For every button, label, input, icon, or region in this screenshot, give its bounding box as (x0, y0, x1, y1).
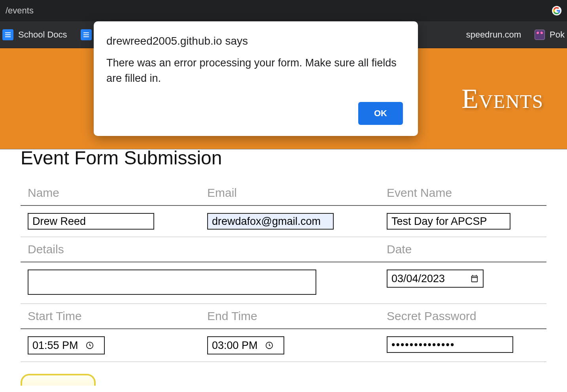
end-time-value: 03:00 PM (212, 339, 258, 352)
header-event-name: Event Name (380, 181, 546, 205)
bookmark-school-docs[interactable]: School Docs (2, 29, 67, 40)
secret-password-input[interactable] (387, 336, 513, 353)
bookmark-label: Pok (550, 30, 565, 40)
browser-tab-bar: /events (0, 0, 567, 21)
header-name: Name (21, 181, 200, 205)
page-body: Event Form Submission Name Email Event N… (0, 147, 567, 386)
calendar-icon (470, 274, 479, 283)
bookmark-pok[interactable]: Pok (535, 30, 565, 40)
header-start-time: Start Time (21, 304, 200, 329)
date-input[interactable]: 03/04/2023 (387, 270, 484, 288)
url-fragment: /events (6, 6, 34, 16)
start-time-value: 01:55 PM (32, 339, 78, 352)
details-input[interactable] (28, 270, 316, 295)
event-form: Name Email Event Name Details Date 03/04… (21, 181, 546, 362)
header-secret: Secret Password (380, 304, 546, 329)
bookmark-label: speedrun.com (466, 30, 521, 40)
alert-message: There was an error processing your form.… (106, 55, 403, 86)
alert-origin: drewreed2005.github.io says (106, 35, 403, 47)
date-value: 03/04/2023 (391, 273, 445, 285)
bookmark-gdoc-2[interactable] (81, 29, 92, 40)
submit-button[interactable] (21, 374, 96, 386)
name-input[interactable] (28, 213, 154, 230)
nav-link-events[interactable]: Events (461, 83, 543, 115)
gdoc-icon (2, 29, 13, 40)
javascript-alert-dialog: drewreed2005.github.io says There was an… (94, 21, 418, 136)
clock-icon (265, 341, 274, 350)
header-email: Email (200, 181, 380, 205)
start-time-input[interactable]: 01:55 PM (28, 336, 105, 354)
pixel-icon (535, 30, 545, 40)
end-time-input[interactable]: 03:00 PM (207, 336, 284, 354)
page-title: Event Form Submission (21, 147, 546, 169)
header-details: Details (21, 237, 380, 262)
alert-ok-button[interactable]: OK (358, 102, 403, 125)
event-name-input[interactable] (387, 213, 510, 230)
clock-icon (85, 341, 94, 350)
header-date: Date (380, 237, 546, 262)
google-profile-icon[interactable] (552, 6, 561, 15)
email-input[interactable] (207, 213, 334, 230)
alert-actions: OK (106, 102, 403, 125)
bookmark-speedrun[interactable]: speedrun.com (466, 30, 521, 40)
header-end-time: End Time (200, 304, 380, 329)
gdoc-icon (81, 29, 92, 40)
bookmark-label: School Docs (18, 30, 67, 40)
